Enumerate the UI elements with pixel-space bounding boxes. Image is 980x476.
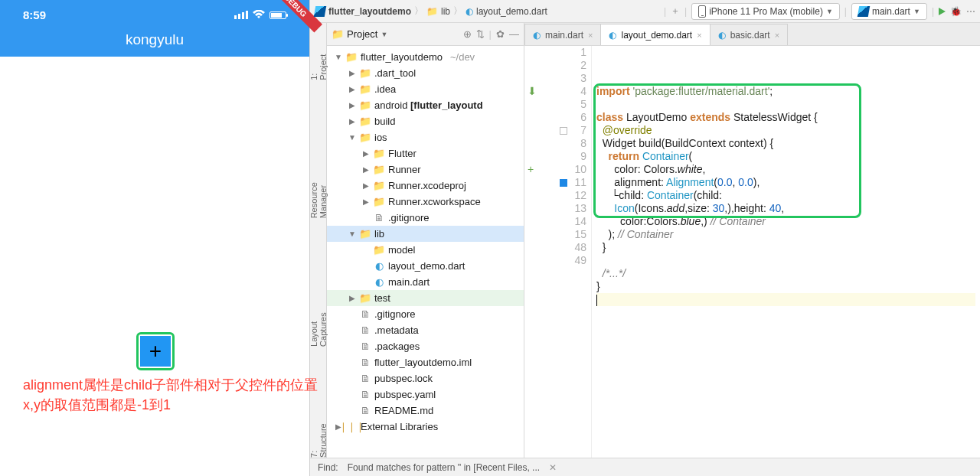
add-config-icon[interactable]: ＋ [671, 5, 680, 18]
close-icon[interactable]: × [697, 31, 701, 40]
add-icon: + [149, 341, 162, 362]
ide-pane: flutter_layoutdemo〉 📁lib〉 ◐layout_demo.d… [309, 0, 980, 476]
tree-row[interactable]: 🗎.gitignore [327, 210, 524, 226]
dart-file-icon: ◐ [609, 30, 616, 41]
close-icon[interactable]: ✕ [549, 462, 557, 473]
tab-resource-manager[interactable]: Resource Manager [309, 149, 328, 218]
tree-row[interactable]: 🗎.packages [327, 338, 524, 354]
tree-label: External Libraries [361, 421, 438, 432]
tree-row[interactable]: 🗎pubspec.yaml [327, 386, 524, 403]
tree-row[interactable]: 🗎flutter_layoutdemo.iml [327, 354, 524, 370]
chevron-down-icon: ▼ [826, 8, 833, 15]
target-icon[interactable]: ⊕ [463, 28, 472, 40]
tree-label: pubspec.lock [374, 373, 433, 384]
editor-tab[interactable]: ◐main.dart× [524, 24, 601, 45]
editor-tabs: ◐main.dart×◐layout_demo.dart×◐basic.dart… [524, 23, 980, 46]
tree-label: test [374, 292, 390, 304]
tab-structure[interactable]: 7: Structure [309, 416, 328, 458]
tree-row[interactable]: ◐main.dart [327, 274, 524, 290]
tree-label: Runner.xcodeproj [388, 180, 466, 191]
simulator-pane: 8:59 kongyulu DEBUG + alignment属性是child [0, 0, 309, 476]
sort-icon[interactable]: ⇅ [476, 28, 485, 40]
run-config-selector[interactable]: main.dart ▼ [851, 3, 927, 20]
dart-file-icon: ◐ [466, 6, 473, 17]
tree-label: .gitignore [388, 212, 429, 223]
dart-file-icon: ◐ [533, 30, 541, 41]
flutter-logo-icon [314, 6, 326, 17]
editor-tab[interactable]: ◐layout_demo.dart× [600, 24, 710, 45]
tree-row[interactable]: ◐layout_demo.dart [327, 258, 524, 274]
collapse-icon[interactable]: — [509, 28, 519, 40]
close-icon[interactable]: × [775, 31, 779, 40]
alignment-demo-box: + [136, 332, 175, 370]
app-bar: kongyulu [0, 23, 309, 57]
dart-file-icon: ◐ [718, 30, 726, 41]
tree-label: build [374, 116, 395, 127]
tree-row[interactable]: ▶📁Runner.xcworkspace [327, 194, 524, 210]
code-highlight-box [593, 83, 861, 218]
tree-label: layout_demo.dart [388, 260, 465, 272]
tree-row[interactable]: ▶📁.dart_tool [327, 65, 524, 81]
tree-row[interactable]: 🗎.gitignore [327, 306, 524, 322]
chevron-down-icon: ▼ [913, 8, 920, 15]
gear-icon[interactable]: ✿ [496, 28, 505, 40]
editor-tab[interactable]: ◐basic.dart× [710, 24, 788, 45]
debug-button[interactable]: 🐞 [950, 6, 962, 17]
tree-label: ios [374, 132, 387, 143]
run-button[interactable] [939, 8, 946, 15]
breadcrumb[interactable]: flutter_layoutdemo〉 📁lib〉 ◐layout_demo.d… [315, 5, 659, 18]
tree-row[interactable]: ▶📁Flutter [327, 145, 524, 161]
tree-label: .idea [374, 83, 396, 95]
status-time: 8:59 [23, 8, 46, 21]
status-bar: 8:59 [0, 0, 309, 23]
tree-row[interactable]: ▶❘❘❘External Libraries [327, 419, 524, 435]
tree-label: android [flutter_layoutd [374, 99, 483, 111]
folder-icon: 📁 [426, 6, 438, 17]
tree-row[interactable]: ▶📁Runner.xcodeproj [327, 178, 524, 194]
tree-label: pubspec.yaml [374, 389, 436, 400]
tree-row[interactable]: ▶📁Runner [327, 161, 524, 178]
tree-label: lib [374, 228, 384, 240]
tab-project[interactable]: 1: Project [309, 46, 328, 80]
tree-label: .metadata [374, 324, 419, 336]
tab-layout-captures[interactable]: Layout Captures [309, 287, 328, 347]
close-icon[interactable]: × [588, 31, 593, 40]
tree-label: .dart_tool [374, 67, 416, 79]
tree-label: .packages [374, 341, 420, 352]
tree-row[interactable]: ▶📁.idea [327, 81, 524, 97]
find-label: Find: [318, 462, 338, 473]
tree-label: Flutter [388, 148, 416, 159]
editor-area: ◐main.dart×◐layout_demo.dart×◐basic.dart… [524, 23, 980, 458]
tree-row[interactable]: 🗎pubspec.lock [327, 370, 524, 386]
wifi-icon [253, 8, 265, 21]
editor-code[interactable]: import 'package:flutter/material.dart';c… [592, 46, 980, 458]
tree-label: flutter_layoutdemo [361, 51, 443, 63]
more-icon[interactable]: ⋯ [966, 6, 975, 17]
tree-row[interactable]: ▶📁build [327, 113, 524, 129]
app-title: kongyulu [126, 31, 184, 48]
tree-label: flutter_layoutdemo.iml [374, 357, 472, 368]
panel-title[interactable]: 📁 Project ▼ [332, 28, 387, 40]
tree-label: README.md [374, 405, 433, 416]
annotation-text: alignment属性是child子部件相对于父控件的位置 x,y的取值范围都是… [23, 375, 345, 415]
project-tree[interactable]: ▼📁flutter_layoutdemo~/dev▶📁.dart_tool▶📁.… [327, 46, 524, 458]
device-selector[interactable]: iPhone 11 Pro Max (mobile) ▼ [691, 3, 840, 20]
tree-row[interactable]: 🗎.metadata [327, 322, 524, 338]
find-message: Found matches for pattern '' in [Recent … [348, 462, 540, 473]
tree-label: model [388, 244, 415, 256]
tree-row[interactable]: 📁model [327, 242, 524, 258]
tree-label: Runner.xcworkspace [388, 196, 481, 207]
project-panel: 📁 Project ▼ ⊕ ⇅ | ✿ — ▼📁flutter_layoutde… [327, 23, 524, 458]
ide-toolbar: flutter_layoutdemo〉 📁lib〉 ◐layout_demo.d… [310, 0, 980, 23]
tree-row[interactable]: ▶📁android [flutter_layoutd [327, 97, 524, 113]
tree-row[interactable]: ▼📁ios [327, 129, 524, 145]
tree-label: .gitignore [374, 308, 415, 320]
find-bar[interactable]: Find: Found matches for pattern '' in [R… [310, 458, 980, 476]
tree-row[interactable]: 🗎README.md [327, 403, 524, 419]
tree-row[interactable]: ▶📁test [327, 290, 524, 306]
tree-label: main.dart [388, 276, 430, 288]
tree-row[interactable]: ▼📁lib [327, 226, 524, 242]
tree-row[interactable]: ▼📁flutter_layoutdemo~/dev [327, 49, 524, 65]
editor-gutter: 123⬇456789+1011121314154849 [524, 46, 592, 458]
battery-icon [270, 11, 286, 19]
